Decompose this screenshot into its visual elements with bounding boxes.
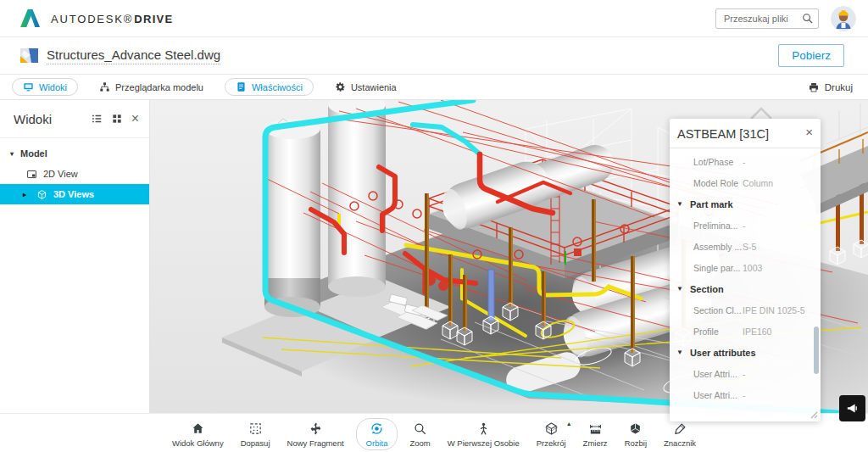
dwg-file-thumbnail-icon xyxy=(20,48,38,63)
orbit-icon xyxy=(370,421,384,436)
group-label: Part mark xyxy=(690,199,733,209)
print-button[interactable]: Drukuj xyxy=(808,81,853,93)
views-panel-title: Widoki xyxy=(14,112,91,126)
properties-panel-header: ASTBEAM [31C] × xyxy=(670,119,821,148)
tool-label: Rozbij xyxy=(625,438,647,448)
announcements-button[interactable] xyxy=(839,395,865,421)
search-icon[interactable] xyxy=(801,12,814,25)
tool-zoom[interactable]: Zoom xyxy=(404,418,435,450)
tool-nowy-fragment[interactable]: Nowy Fragment xyxy=(282,418,349,450)
properties-scrollbar[interactable] xyxy=(814,326,819,374)
property-label: Section Cl... xyxy=(693,305,743,315)
property-value: 1003 xyxy=(743,263,762,273)
property-label: Prelimina... xyxy=(693,220,743,231)
property-value: - xyxy=(743,390,746,400)
panel-resize-handle[interactable] xyxy=(810,410,818,419)
collapse-arrow-icon: ▼ xyxy=(676,285,683,293)
tool-label: Zoom xyxy=(409,438,430,448)
autodesk-home-link[interactable]: AUTODESK®DRIVE xyxy=(20,9,173,27)
tree-root-label: Model xyxy=(20,148,47,159)
gear-icon xyxy=(335,81,346,92)
person-icon xyxy=(476,421,491,436)
property-value: IPE160 xyxy=(743,326,771,337)
property-label: User Attri... xyxy=(693,369,743,379)
properties-rows: Lot/Phase-Model RoleColumn▼Part markPrel… xyxy=(670,148,821,405)
tab-widoki[interactable]: Widoki xyxy=(12,78,78,96)
views-tree: ▾ Model 2D View▸3D Views xyxy=(0,138,149,204)
views-sidebar-header: Widoki × xyxy=(0,100,149,138)
tool-znacznik[interactable]: Znacznik xyxy=(659,418,701,450)
tree-item-label: 3D Views xyxy=(53,189,94,199)
tab-label: Ustawienia xyxy=(351,82,397,92)
pan-icon xyxy=(309,421,323,436)
property-row: Single par...1003 xyxy=(670,257,821,278)
file-search-box xyxy=(715,8,819,29)
tabs-container: WidokiPrzeglądarka modeluWłaściwościUsta… xyxy=(12,78,408,96)
group-label: User attributes xyxy=(690,348,756,358)
tree-root-model[interactable]: ▾ Model xyxy=(0,138,149,164)
tab-przegladarka-modelu[interactable]: Przeglądarka modelu xyxy=(88,78,214,96)
tool-orbita[interactable]: Orbita xyxy=(356,418,398,450)
home-icon xyxy=(191,421,205,436)
property-row: User Attri...- xyxy=(670,384,821,405)
list-view-icon[interactable] xyxy=(91,113,103,125)
property-row: ProfileIPE160 xyxy=(670,321,821,342)
tool-rozbij[interactable]: Rozbij xyxy=(620,418,652,450)
tool-label: Nowy Fragment xyxy=(287,438,344,448)
tool-widok-glowny[interactable]: Widok Główny xyxy=(167,418,229,450)
document-icon xyxy=(236,81,247,92)
tree-item-2d-view[interactable]: 2D View xyxy=(0,164,149,184)
tab-ustawienia[interactable]: Ustawienia xyxy=(324,78,408,96)
property-value: Column xyxy=(743,178,773,188)
search-input[interactable] xyxy=(722,13,804,25)
property-group-user-attributes[interactable]: ▼User attributes xyxy=(670,342,821,363)
grid-view-icon[interactable] xyxy=(111,113,123,125)
property-label: Single par... xyxy=(693,263,743,273)
property-value: - xyxy=(743,369,746,379)
top-app-bar: AUTODESK®DRIVE xyxy=(0,0,868,37)
group-label: Section xyxy=(690,284,724,294)
properties-panel-close-icon[interactable]: × xyxy=(805,126,813,138)
property-group-section[interactable]: ▼Section xyxy=(670,278,821,299)
megaphone-icon xyxy=(846,402,859,415)
tool-w-pierwszej-osobie[interactable]: W Pierwszej Osobie xyxy=(442,418,525,450)
tool-label: Przekrój xyxy=(537,438,566,448)
property-row: Lot/Phase- xyxy=(670,151,821,172)
viewer-tab-bar: WidokiPrzeglądarka modeluWłaściwościUsta… xyxy=(0,75,868,100)
tool-dopasuj[interactable]: Dopasuj xyxy=(236,418,275,450)
property-label: User Attri... xyxy=(693,390,743,400)
tab-wlasciwosci[interactable]: Właściwości xyxy=(225,78,314,96)
tool-label: Zmierz xyxy=(583,438,608,448)
properties-panel-title: ASTBEAM [31C] xyxy=(677,127,769,141)
collapse-arrow-icon: ▼ xyxy=(676,349,683,356)
file-name[interactable]: Structures_Advance Steel.dwg xyxy=(47,47,220,64)
collapse-arrow-icon: ▾ xyxy=(10,150,14,158)
zoom-icon xyxy=(413,421,427,436)
views-sidebar: Widoki × ▾ Model 2D View▸3D Views xyxy=(0,100,150,413)
image-2d-icon xyxy=(26,169,37,180)
marker-icon xyxy=(673,421,687,436)
flyout-arrow-icon[interactable]: ▲ xyxy=(566,421,572,427)
tool-label: W Pierwszej Osobie xyxy=(448,438,520,448)
tab-label: Właściwości xyxy=(252,82,303,92)
property-group-part-mark[interactable]: ▼Part mark xyxy=(670,193,821,215)
tool-label: Dopasuj xyxy=(241,438,270,448)
views-panel-close-icon[interactable]: × xyxy=(131,112,139,126)
measure-icon xyxy=(588,421,603,436)
user-avatar[interactable] xyxy=(831,6,856,31)
download-button[interactable]: Pobierz xyxy=(778,44,844,67)
worker-avatar-icon xyxy=(831,6,856,31)
property-value: - xyxy=(743,157,746,167)
property-row: Model RoleColumn xyxy=(670,172,821,193)
expand-arrow-icon[interactable]: ▸ xyxy=(23,191,31,198)
properties-panel: ASTBEAM [31C] × Lot/Phase-Model RoleColu… xyxy=(670,119,821,421)
property-label: Model Role xyxy=(693,178,743,188)
tool-zmierz[interactable]: Zmierz xyxy=(578,418,613,450)
tree-items: 2D View▸3D Views xyxy=(0,164,149,204)
monitor-icon xyxy=(23,81,34,92)
brand-drive: DRIVE xyxy=(134,13,173,25)
property-row: User Attri...- xyxy=(670,363,821,384)
tree-item-3d-views[interactable]: ▸3D Views xyxy=(0,184,149,204)
property-row: Assembly ...S-5 xyxy=(670,236,821,257)
tool-przekroj[interactable]: ▲Przekrój xyxy=(531,418,571,450)
